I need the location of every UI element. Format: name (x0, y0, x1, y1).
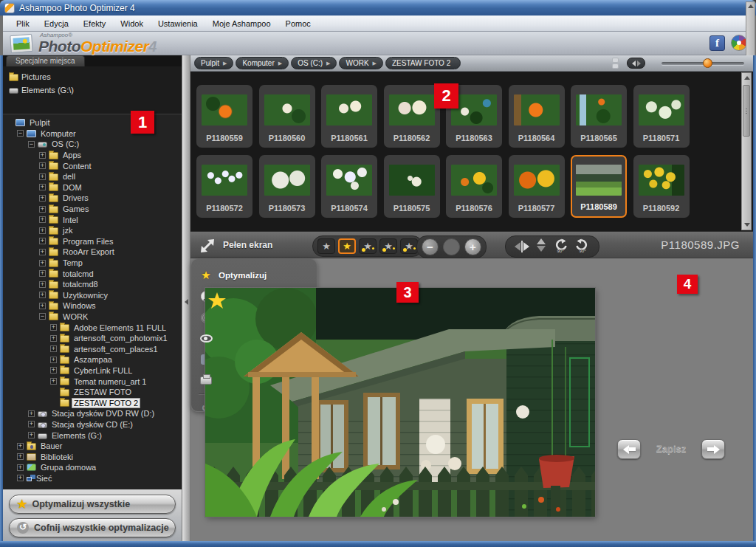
plus-expander-icon[interactable]: + (39, 195, 46, 202)
thumbnail-P1180559[interactable]: P1180559 (196, 85, 252, 148)
thumbnail-P1180572[interactable]: P1180572 (196, 155, 252, 218)
thumbnail-P1180562[interactable]: P1180562 (384, 85, 440, 148)
plus-expander-icon[interactable]: + (17, 475, 24, 481)
previous-photo-button[interactable] (617, 439, 641, 459)
rating-star-1[interactable]: ★ (317, 238, 335, 254)
thumbnail-P1180577[interactable]: P1180577 (509, 155, 565, 218)
plus-expander-icon[interactable]: + (28, 421, 35, 427)
tree-item[interactable]: +RooArr Export (3, 247, 182, 258)
plus-expander-icon[interactable]: + (28, 410, 35, 417)
tree-item[interactable]: +artensoft_com_places1 (3, 343, 182, 354)
rating-star-4[interactable]: ★ (379, 238, 397, 254)
tree-item[interactable]: +jzk (3, 225, 182, 236)
save-button[interactable]: Zapisz (648, 443, 694, 454)
menu-item-ustawienia[interactable]: Ustawienia (151, 18, 205, 30)
tree-item[interactable]: Pulpit (3, 117, 182, 128)
tree-item[interactable]: +Grupa domowa (3, 462, 182, 473)
menu-item-widok[interactable]: Widok (113, 18, 151, 30)
thumbnail-P1180592[interactable]: P1180592 (633, 155, 690, 218)
zoom-out-button[interactable]: − (422, 238, 439, 255)
tree-item[interactable]: −Komputer (3, 128, 182, 140)
place-pictures[interactable]: Pictures (3, 70, 182, 83)
tree-item[interactable]: +Uzytkownicy (3, 290, 182, 301)
tree-item[interactable]: +Stacja dysków CD (E:) (3, 419, 182, 430)
tree-item[interactable]: ZESTAW FOTO (3, 387, 182, 398)
tree-item[interactable]: +totalcmd (3, 268, 182, 279)
minus-expander-icon[interactable]: − (28, 141, 35, 148)
plus-expander-icon[interactable]: + (17, 464, 24, 471)
tree-item[interactable]: +Windows (3, 300, 182, 312)
facebook-icon[interactable]: f (709, 35, 725, 51)
rotate-right-button[interactable]: 90° (575, 238, 590, 255)
breadcrumb-komputer[interactable]: Komputer▶ (236, 57, 289, 69)
plus-expander-icon[interactable]: + (50, 335, 57, 342)
tree-item[interactable]: +Stacja dysków DVD RW (D:) (3, 408, 182, 419)
rating-star-5[interactable]: ★ (400, 238, 418, 254)
tree-item[interactable]: +Temp (3, 258, 182, 269)
thumbnail-scrollbar[interactable] (741, 72, 752, 230)
thumbnail-P1180561[interactable]: P1180561 (321, 85, 377, 148)
next-photo-button[interactable] (701, 439, 725, 459)
scroll-down-icon[interactable] (744, 223, 750, 227)
zoom-in-button[interactable]: + (464, 238, 481, 255)
plus-expander-icon[interactable]: + (39, 281, 46, 288)
panel-splitter[interactable] (182, 55, 190, 541)
plus-expander-icon[interactable]: + (50, 324, 57, 331)
thumbnail-P1180575[interactable]: P1180575 (384, 155, 440, 218)
breadcrumb-os-c-[interactable]: OS (C:)▶ (291, 57, 337, 69)
menu-item-efekty[interactable]: Efekty (76, 18, 114, 30)
flip-vertical-button[interactable] (537, 238, 546, 255)
tree-item[interactable]: +Bauer (3, 441, 182, 452)
tree-item[interactable]: +Aszampaa (3, 354, 182, 365)
menu-item-pomoc[interactable]: Pomoc (278, 18, 318, 30)
menu-item-edycja[interactable]: Edycja (37, 18, 76, 30)
size-spinner[interactable] (612, 58, 619, 69)
tree-item[interactable]: −WORK (3, 312, 182, 323)
breadcrumb-pulpit[interactable]: Pulpit▶ (194, 57, 233, 69)
tree-item[interactable]: +CyberLink FULL (3, 365, 182, 376)
plus-expander-icon[interactable]: + (39, 216, 46, 223)
tree-item[interactable]: −OS (C:) (3, 139, 182, 150)
tree-item[interactable]: ZESTAW FOTO 2 (3, 397, 182, 408)
tree-item[interactable]: +Adobe Elements 11 FULL (3, 322, 182, 333)
breadcrumb-work[interactable]: WORK▶ (339, 57, 383, 69)
rating-star-2[interactable]: ★ (338, 238, 356, 254)
fullscreen-icon[interactable] (198, 236, 217, 255)
minus-expander-icon[interactable]: − (39, 313, 46, 320)
thumbnail-P1180576[interactable]: P1180576 (446, 155, 502, 218)
collapse-arrow-icon[interactable] (185, 299, 188, 305)
plus-expander-icon[interactable]: + (50, 367, 57, 374)
optimize-all-button[interactable]: ★ Optymalizuj wszystkie (9, 495, 176, 514)
menu-item-moje-ashampoo[interactable]: Moje Ashampoo (205, 18, 278, 30)
plus-expander-icon[interactable]: + (39, 249, 46, 255)
tree-item[interactable]: +totalcmd8 (3, 279, 182, 290)
tree-item[interactable]: +Games (3, 204, 182, 215)
tree-item[interactable]: +Temat numeru_art 1 (3, 376, 182, 387)
plus-expander-icon[interactable]: + (39, 238, 46, 244)
breadcrumb-zestaw-foto-2[interactable]: ZESTAW FOTO 2 (385, 57, 461, 69)
rotate-left-button[interactable]: 90° (553, 238, 568, 255)
picasa-icon[interactable] (731, 35, 747, 51)
scroll-up-icon[interactable] (748, 4, 754, 8)
plus-expander-icon[interactable]: + (39, 303, 46, 309)
plus-expander-icon[interactable]: + (39, 152, 46, 159)
tree-item[interactable]: +Sieć (3, 473, 182, 484)
tree-item[interactable]: +Apps (3, 150, 182, 161)
preview-image[interactable] (205, 288, 595, 517)
tree-item[interactable]: +artensoft_com_photomix1 (3, 333, 182, 344)
plus-expander-icon[interactable]: + (39, 270, 46, 277)
thumbnail-size-slider[interactable] (662, 62, 744, 65)
plus-expander-icon[interactable]: + (50, 345, 57, 352)
plus-expander-icon[interactable]: + (17, 453, 24, 460)
rating-star-3[interactable]: ★ (359, 238, 377, 254)
tree-item[interactable]: +Drivers (3, 193, 182, 204)
plus-expander-icon[interactable]: + (39, 173, 46, 180)
thumbnail-P1180589[interactable]: P1180589 (571, 155, 627, 218)
tree-item[interactable]: +dell (3, 171, 182, 182)
tree-item[interactable]: +DOM (3, 182, 182, 193)
action-optymalizuj[interactable]: ★Optymalizuj (191, 265, 317, 286)
plus-expander-icon[interactable]: + (17, 443, 24, 450)
plus-expander-icon[interactable]: + (39, 184, 46, 190)
plus-expander-icon[interactable]: + (39, 206, 46, 213)
place-elements-g-[interactable]: Elements (G:\) (3, 83, 182, 97)
